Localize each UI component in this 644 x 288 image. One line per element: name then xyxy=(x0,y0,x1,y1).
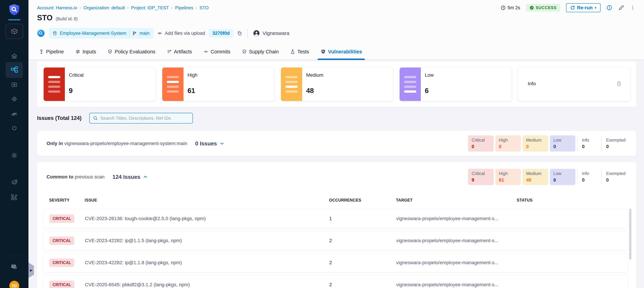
chip-low: Low0 xyxy=(550,135,575,152)
column-header-status: STATUS xyxy=(517,198,628,203)
breadcrumb-organization[interactable]: Organization: default xyxy=(84,5,125,10)
severity-card-label: High xyxy=(188,72,198,78)
rerun-button[interactable]: Re-run ▾ xyxy=(566,3,600,12)
harness-sto-logo-icon[interactable] xyxy=(8,3,21,17)
layers-gear-icon xyxy=(10,179,18,187)
chevron-up-icon xyxy=(143,174,148,180)
sidebar-item-getting-started[interactable] xyxy=(0,124,28,132)
hierarchy-gear-icon xyxy=(10,193,18,201)
run-duration: 5m 2s xyxy=(500,5,520,10)
breadcrumb-pipelines[interactable]: Pipelines xyxy=(175,5,193,10)
commit-icon xyxy=(157,31,162,36)
issue-target: vigneswara-propelo/employee-management-s… xyxy=(396,282,517,288)
info-button[interactable] xyxy=(606,5,612,11)
group-issue-count-toggle[interactable]: 124 Issues xyxy=(112,174,148,180)
breadcrumb-separator: › xyxy=(171,5,173,10)
more-options-button[interactable] xyxy=(630,5,636,11)
commit-author: Vigneswara xyxy=(253,30,290,37)
tab-supply-chain[interactable]: Supply Chain xyxy=(242,44,279,60)
flask-icon xyxy=(290,49,295,54)
status-badge: SUCCESS xyxy=(526,4,560,12)
severity-gauge-critical xyxy=(44,67,65,101)
tab-artifacts[interactable]: Artifacts xyxy=(167,44,192,60)
breadcrumb-project[interactable]: Project: IDP_TEST xyxy=(131,5,169,10)
severity-card-medium[interactable]: Medium 48 xyxy=(281,67,393,101)
severity-card-low[interactable]: Low 6 xyxy=(400,67,512,101)
column-header-issue: ISSUE xyxy=(85,198,325,203)
search-input[interactable] xyxy=(89,113,193,123)
chip-critical: Critical9 xyxy=(468,169,494,185)
caret-down-icon: ▾ xyxy=(595,6,596,10)
severity-card-label: Info xyxy=(528,81,536,86)
table-row[interactable]: CRITICAL CVE-2023-42282: ip@1.1.8 (lang-… xyxy=(43,253,628,272)
severity-badge: CRITICAL xyxy=(49,215,74,223)
issue-occurrences: 2 xyxy=(326,282,396,288)
sidebar-item-help[interactable]: ? xyxy=(0,263,28,271)
sidebar-item-executions[interactable] xyxy=(0,81,28,88)
tab-pipeline[interactable]: Pipeline xyxy=(39,44,64,60)
table-row[interactable]: CRITICAL CVE-2025-6545: pbkdf2@3.1.2 (la… xyxy=(43,275,628,288)
commit-sha-pill[interactable]: 3270f0d xyxy=(209,29,233,38)
module-selector-button[interactable] xyxy=(6,24,23,38)
chip-info: Info0 xyxy=(577,169,600,185)
sidebar-item-home[interactable] xyxy=(0,52,28,60)
sidebar-item-targets[interactable] xyxy=(0,95,28,103)
sidebar-item-settings[interactable] xyxy=(0,152,28,159)
group-issue-count-toggle[interactable]: 0 Issues xyxy=(195,140,224,147)
sidebar-item-project-settings[interactable] xyxy=(0,179,28,187)
vulnerabilities-shield-search-icon xyxy=(320,49,326,54)
refresh-icon xyxy=(570,5,575,10)
edit-button[interactable] xyxy=(618,5,624,11)
help-chat-icon: ? xyxy=(10,263,18,271)
tab-policy-evaluations[interactable]: Policy Evaluations xyxy=(108,44,155,60)
page-header: Account: Harness.io› Organization: defau… xyxy=(28,0,644,60)
group-common-to: Common to previous scan 124 Issues Criti… xyxy=(37,162,636,288)
tab-vulnerabilities[interactable]: Vulnerabilities xyxy=(320,44,362,60)
pill-divider xyxy=(129,30,130,36)
person-avatar-icon xyxy=(253,30,260,37)
tab-inputs[interactable]: Inputs xyxy=(75,44,96,60)
severity-chip-row: Critical9 High61 Medium48 Low6 Info0 Exe… xyxy=(468,169,629,185)
column-header-severity: SEVERITY xyxy=(43,198,85,203)
vertical-divider xyxy=(247,28,248,38)
chip-low: Low6 xyxy=(550,169,575,185)
copy-icon[interactable] xyxy=(237,30,242,36)
issues-total-title: Issues (Total 124) xyxy=(37,115,82,121)
severity-card-value: 6 xyxy=(425,87,428,95)
breadcrumb-pipeline-name[interactable]: STO xyxy=(200,5,209,10)
gear-icon xyxy=(10,152,18,159)
breadcrumb-separator: › xyxy=(127,5,129,10)
table-row[interactable]: CRITICAL CVE-2023-26136: tough-cookie@2.… xyxy=(43,209,628,228)
sto-scan-icon xyxy=(37,29,45,37)
supply-chain-shield-icon xyxy=(242,49,247,54)
user-avatar[interactable]: SD xyxy=(9,281,19,288)
issue-title: CVE-2025-6545: pbkdf2@3.1.2 (lang-pkgs, … xyxy=(85,282,326,288)
tab-commits[interactable]: Commits xyxy=(203,44,230,60)
table-row[interactable]: CRITICAL CVE-2023-42282: ip@1.1.5 (lang-… xyxy=(43,231,628,250)
group-scope-text: Common to previous scan xyxy=(46,174,104,180)
group-scope-text: Only in vigneswara-propelo/employee-mana… xyxy=(46,141,187,146)
chip-exempted: Exempted0 xyxy=(601,135,629,152)
severity-card-label: Medium xyxy=(306,72,324,78)
sidebar-item-pipelines-active[interactable] xyxy=(6,62,23,78)
breadcrumb-account[interactable]: Account: Harness.io xyxy=(37,5,77,10)
repository-icon xyxy=(52,31,57,36)
table-scrollbar[interactable] xyxy=(629,209,632,260)
repo-branch-pill[interactable]: Employee-Management-System main xyxy=(49,28,153,38)
sidebar-item-org-settings[interactable] xyxy=(0,193,28,201)
clock-icon xyxy=(500,5,506,10)
home-icon xyxy=(10,52,18,60)
issue-target: vigneswara-propelo/employee-management-s… xyxy=(396,216,517,221)
severity-card-critical[interactable]: Critical 9 xyxy=(44,67,156,101)
column-header-occurrences: OCCURRENCES xyxy=(325,198,396,203)
cube-icon xyxy=(10,27,18,35)
target-icon xyxy=(10,95,18,103)
severity-card-high[interactable]: High 61 xyxy=(162,67,274,101)
severity-card-label: Critical xyxy=(69,72,84,78)
severity-card-info[interactable]: Info 0 xyxy=(518,67,630,101)
tab-tests[interactable]: Tests xyxy=(290,44,309,60)
severity-summary-panel: Critical 9 High 61 Medium 48 Low 6 xyxy=(37,61,636,107)
chip-exempted: Exempted0 xyxy=(601,169,629,185)
issue-title: CVE-2023-26136: tough-cookie@2.5.0 (lang… xyxy=(85,216,326,221)
sidebar-item-exemptions[interactable] xyxy=(0,110,28,118)
